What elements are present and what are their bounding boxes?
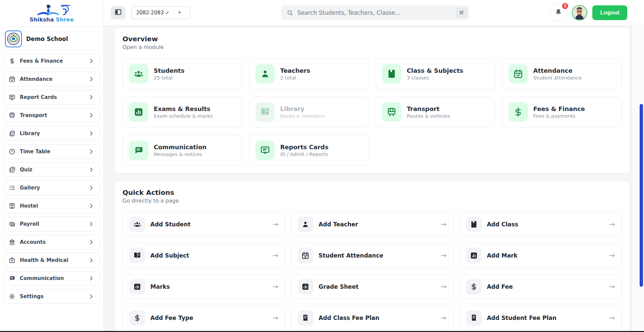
- quick-action-add-fee-type[interactable]: Add Fee Type→: [122, 306, 285, 330]
- card-title: Library: [280, 105, 325, 112]
- topbar-right-group: 5 Logout: [550, 4, 627, 21]
- sidebar-item-payroll[interactable]: Payroll: [4, 217, 100, 231]
- quick-action-icon-tile: [130, 248, 145, 263]
- panel-left-icon: [114, 8, 122, 16]
- quick-action-add-student[interactable]: Add Student→: [122, 212, 285, 237]
- card-subtitle: Fees & payments: [533, 113, 585, 119]
- dollar-icon: [9, 58, 15, 64]
- card-text: LibraryBooks & members: [280, 105, 325, 119]
- users-icon: [133, 220, 141, 228]
- sidebar-item-time-table[interactable]: Time Table: [4, 144, 100, 159]
- sidebar-item-report-cards[interactable]: Report Cards: [4, 90, 100, 105]
- sidebar-item-label: Gallery: [20, 185, 40, 191]
- card-title: Transport: [407, 105, 450, 112]
- quick-action-student-attendance[interactable]: Student Attendance→: [291, 243, 453, 268]
- overview-card-class-subjects[interactable]: Class & Subjects3 classes: [376, 58, 495, 89]
- session-select-value: 2082-2083 ✓: [136, 10, 169, 16]
- sidebar-item-health-medical[interactable]: Health & Medical: [4, 253, 100, 268]
- quick-action-grade-sheet[interactable]: Grade Sheet→: [291, 274, 453, 299]
- sidebar-item-settings[interactable]: Settings: [4, 289, 100, 304]
- quick-action-label: Student Attendance: [318, 252, 383, 259]
- sidebar-item-label: Communication: [20, 275, 64, 281]
- calendar-check-icon: [301, 252, 309, 260]
- search-bar[interactable]: Search Students, Teachers, Classe... ⌘: [281, 5, 469, 20]
- scrollbar-track[interactable]: [631, 25, 644, 331]
- gear-icon: [9, 293, 15, 300]
- chevron-right-icon: [88, 275, 95, 282]
- card-title: Reports Cards: [280, 144, 329, 151]
- quick-action-label: Add Subject: [150, 252, 189, 259]
- overview-card-students[interactable]: Students25 total: [122, 58, 242, 89]
- sidebar-item-fees-finance[interactable]: Fees & Finance: [4, 54, 100, 68]
- session-select[interactable]: 2082-2083 ✓: [131, 6, 190, 19]
- panel-left-icon: [114, 8, 122, 17]
- quick-actions-title: Quick Actions: [122, 188, 622, 197]
- quick-actions-subtitle: Go directly to a page: [122, 198, 622, 204]
- chevron-right-icon: [88, 58, 95, 64]
- quick-action-icon-tile: [298, 279, 313, 294]
- quick-action-add-subject[interactable]: Add Subject→: [122, 243, 285, 268]
- sidebar-item-gallery[interactable]: Gallery: [4, 180, 100, 195]
- arrow-right-icon: →: [609, 315, 615, 322]
- bank-icon: [9, 239, 15, 245]
- quick-action-label: Add Class: [487, 221, 518, 228]
- sidebar-item-library[interactable]: Library: [4, 126, 100, 141]
- open-book-icon: [133, 252, 141, 260]
- overview-card-fees-finance[interactable]: Fees & FinanceFees & payments: [502, 97, 622, 127]
- card-subtitle: Exam schedule & marks: [154, 113, 213, 119]
- sidebar-item-quiz[interactable]: Quiz: [4, 162, 100, 177]
- message-icon: [134, 145, 144, 155]
- school-logo: [5, 31, 22, 47]
- quick-action-marks[interactable]: Marks→: [122, 274, 285, 299]
- quick-action-add-fee[interactable]: Add Fee→: [459, 274, 622, 299]
- quick-action-add-mark[interactable]: Add Mark→: [459, 243, 622, 268]
- sidebar-item-accounts[interactable]: Accounts: [4, 235, 100, 250]
- scrollbar-thumb[interactable]: [640, 104, 643, 287]
- chevron-right-icon: [88, 184, 95, 191]
- overview-card-library: LibraryBooks & members: [249, 97, 369, 127]
- overview-card-attendance[interactable]: AttendanceStudent attendance: [502, 58, 622, 89]
- quick-action-icon-tile: [466, 310, 482, 326]
- chevron-right-icon: [88, 166, 95, 173]
- overview-card-teachers[interactable]: Teachers2 total: [249, 58, 369, 89]
- quick-action-add-class[interactable]: Add Class→: [459, 212, 622, 237]
- notifications-button[interactable]: 5: [550, 4, 567, 21]
- bus-icon: [387, 107, 397, 117]
- sidebar-item-communication[interactable]: Communication: [4, 271, 100, 286]
- user-avatar[interactable]: [572, 5, 587, 20]
- card-title: Teachers: [280, 67, 310, 74]
- quick-action-icon-tile: [298, 248, 313, 263]
- calendar-check-icon: [9, 76, 15, 82]
- chevron-right-icon: [88, 130, 95, 137]
- quick-action-icon-tile: [466, 217, 482, 232]
- card-subtitle: ID / Admit / Reports: [280, 152, 329, 157]
- card-icon-tile: [382, 64, 401, 84]
- sidebar-item-hostel[interactable]: Hostel: [4, 199, 100, 213]
- brand-name-secondary: Shree: [56, 16, 74, 23]
- logout-button[interactable]: Logout: [592, 5, 627, 20]
- bell-icon: [554, 8, 562, 16]
- quick-action-add-student-fee-plan[interactable]: Add Student Fee Plan→: [459, 306, 622, 330]
- card-text: AttendanceStudent attendance: [533, 67, 582, 80]
- quick-action-label: Add Teacher: [318, 221, 358, 228]
- overview-card-communication[interactable]: CommunicationMessages & notices: [122, 135, 242, 166]
- overview-card-transport[interactable]: TransportRoutes & vehicles: [376, 97, 495, 127]
- overview-card-exams-results[interactable]: Exams & ResultsExam schedule & marks: [122, 97, 242, 127]
- quick-action-label: Grade Sheet: [318, 283, 358, 290]
- sidebar-item-transport[interactable]: Transport: [4, 108, 100, 123]
- overview-grid: Students25 totalTeachers2 totalClass & S…: [122, 58, 622, 166]
- dollar-icon: [133, 314, 141, 322]
- sidebar-item-attendance[interactable]: Attendance: [4, 72, 100, 87]
- brand-logo: Shiksha Shree: [0, 0, 103, 27]
- medical-icon: [9, 257, 15, 264]
- overview-card-reports-cards[interactable]: Reports CardsID / Admit / Reports: [249, 135, 369, 166]
- sidebar-toggle-button[interactable]: [111, 6, 125, 19]
- quick-action-label: Add Student: [150, 221, 191, 228]
- quick-action-add-teacher[interactable]: Add Teacher→: [291, 212, 453, 237]
- card-title: Fees & Finance: [533, 105, 585, 112]
- card-text: Reports CardsID / Admit / Reports: [280, 144, 329, 157]
- school-header[interactable]: Demo School: [0, 27, 103, 51]
- quick-action-add-class-fee-plan[interactable]: Add Class Fee Plan→: [291, 306, 453, 330]
- arrow-right-icon: →: [609, 252, 615, 259]
- chevron-right-icon: [88, 203, 95, 209]
